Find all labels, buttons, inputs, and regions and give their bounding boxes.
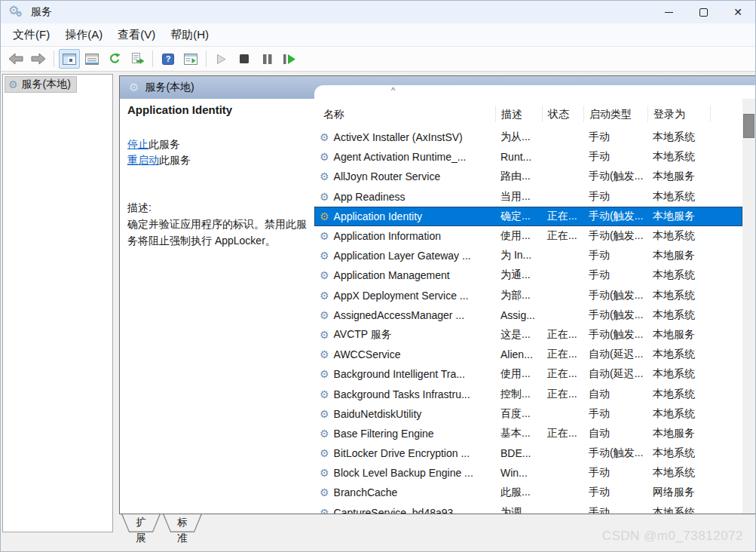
back-button[interactable] [5, 49, 26, 69]
service-row[interactable]: ⚙ Application Management 为通... 手动 本地系统 [314, 265, 742, 285]
service-name: BitLocker Drive Encryption ... [334, 447, 470, 459]
play-icon [216, 54, 227, 65]
menu-view[interactable]: 查看(V) [110, 25, 163, 45]
service-description: 使用... [495, 367, 542, 381]
service-logon-as: 本地系统 [647, 289, 710, 302]
service-row[interactable]: ⚙ Agent Activation Runtime_... Runt... 手… [314, 147, 742, 167]
service-status: 正在... [542, 367, 583, 381]
service-row[interactable]: ⚙ AWCCService Alien... 正在... 自动(延迟... 本地… [314, 345, 742, 364]
service-row[interactable]: ⚙ Block Level Backup Engine ... Win... 手… [314, 463, 742, 483]
toolbar-separator [54, 51, 54, 67]
service-status: 正在... [542, 427, 583, 440]
service-name: AssignedAccessManager ... [334, 309, 465, 321]
restart-service-link[interactable]: 重启动 [127, 154, 159, 166]
service-description: Alien... [495, 348, 542, 360]
service-description: 为 In... [495, 249, 542, 262]
service-name: CaptureService_bd48a93 [334, 507, 454, 514]
service-logon-as: 本地系统 [647, 190, 710, 204]
column-header-status[interactable]: 状态 [542, 106, 583, 122]
tab-standard[interactable]: 标准 [163, 514, 202, 532]
menu-file[interactable]: 文件(F) [5, 25, 57, 45]
console-tree-icon [63, 54, 76, 65]
tree-item-services-local[interactable]: ⚙ 服务(本地) [5, 76, 77, 93]
service-name: AVCTP 服务 [334, 328, 392, 342]
service-row[interactable]: ⚙ Application Information 使用... 正在... 手动… [314, 226, 742, 246]
service-row[interactable]: ⚙ Application Layer Gateway ... 为 In... … [314, 246, 742, 265]
service-gear-icon: ⚙ [320, 349, 329, 360]
service-description: 为从... [495, 130, 542, 144]
service-startup-type: 手动(触发... [583, 289, 647, 302]
column-header-name[interactable]: 名称 [314, 106, 495, 122]
properties-button[interactable] [81, 49, 103, 69]
service-name: Background Tasks Infrastru... [334, 388, 470, 400]
scrollbar-thumb[interactable] [743, 114, 754, 138]
service-row[interactable]: ⚙ AVCTP 服务 这是... 正在... 手动(触发... 本地服务 [314, 325, 742, 345]
stop-service-button[interactable] [234, 49, 255, 69]
service-row[interactable]: ⚙ AssignedAccessManager ... Assig... 手动(… [314, 305, 742, 325]
tab-extended-label: 扩展 [121, 514, 161, 546]
help-button[interactable]: ? [158, 49, 179, 69]
service-gear-icon: ⚙ [320, 250, 329, 261]
service-gear-icon: ⚙ [320, 428, 329, 439]
restart-service-button[interactable] [279, 49, 300, 69]
service-row[interactable]: ⚙ BranchCache 此服... 手动 网络服务 [314, 483, 742, 502]
vertical-scrollbar[interactable] [742, 99, 755, 514]
description-label: 描述: [127, 201, 307, 215]
service-description: 为部... [495, 289, 542, 302]
column-header-startup-type[interactable]: 启动类型 [583, 106, 647, 122]
column-header-logon-as[interactable]: 登录为 [647, 106, 710, 122]
stop-service-link[interactable]: 停止 [127, 138, 148, 150]
service-row[interactable]: ⚙ ActiveX Installer (AxInstSV) 为从... 手动 … [314, 127, 742, 147]
service-logon-as: 本地服务 [647, 249, 710, 262]
menu-help[interactable]: 帮助(H) [163, 25, 216, 45]
service-logon-as: 本地服务 [647, 210, 710, 223]
minimize-button[interactable] [651, 1, 686, 23]
column-header-description[interactable]: 描述 [495, 106, 542, 122]
stop-service-suffix: 此服务 [148, 138, 180, 150]
show-action-pane-button[interactable] [180, 49, 201, 69]
service-logon-as: 本地服务 [647, 427, 710, 440]
service-row[interactable]: ⚙ Background Intelligent Tra... 使用... 正在… [314, 364, 742, 384]
service-startup-type: 手动 [583, 466, 647, 480]
service-row[interactable]: ⚙ AllJoyn Router Service 路由... 手动(触发... … [314, 167, 742, 186]
title-bar: ⚙⚙ 服务 ✕ [1, 1, 755, 23]
service-logon-as: 本地系统 [647, 367, 710, 381]
tab-extended[interactable]: 扩展 [121, 514, 161, 532]
service-description: 基本... [495, 427, 542, 440]
service-name: Application Identity [334, 210, 423, 222]
refresh-icon [109, 53, 121, 65]
forward-button[interactable] [28, 49, 49, 69]
service-row[interactable]: ⚙ CaptureService_bd48a93 为调... 手动 本地系统 [314, 503, 742, 514]
export-list-button[interactable] [127, 49, 148, 69]
menu-action[interactable]: 操作(A) [57, 25, 110, 45]
service-status: 正在... [542, 210, 583, 223]
close-button[interactable]: ✕ [721, 1, 755, 23]
service-row[interactable]: ⚙ AppX Deployment Service ... 为部... 手动(触… [314, 286, 742, 305]
service-startup-type: 手动(触发... [583, 446, 647, 460]
service-row[interactable]: ⚙ App Readiness 当用... 手动 本地系统 [314, 187, 742, 207]
service-description: Win... [495, 467, 542, 479]
maximize-button[interactable] [686, 1, 721, 23]
start-service-button[interactable] [211, 49, 232, 69]
show-console-tree-button[interactable] [59, 49, 80, 69]
toolbar-separator [206, 51, 207, 67]
service-description: 此服... [495, 486, 542, 499]
export-list-icon [130, 53, 145, 65]
service-description: 确定... [495, 210, 542, 223]
service-startup-type: 手动(触发... [583, 328, 647, 342]
service-row[interactable]: ⚙ BitLocker Drive Encryption ... BDE... … [314, 443, 742, 463]
close-icon: ✕ [733, 6, 742, 18]
pause-icon [262, 54, 273, 65]
refresh-button[interactable] [104, 49, 125, 69]
pause-service-button[interactable] [256, 49, 277, 69]
action-pane-icon [184, 54, 197, 65]
service-row[interactable]: ⚙ Base Filtering Engine 基本... 正在... 自动 本… [314, 424, 742, 443]
service-row[interactable]: ⚙ Application Identity 确定... 正在... 手动(触发… [314, 207, 742, 226]
service-logon-as: 本地系统 [647, 466, 710, 480]
service-row[interactable]: ⚙ BaiduNetdiskUtility 百度... 手动 本地系统 [314, 404, 742, 424]
service-gear-icon: ⚙ [320, 152, 329, 162]
service-gear-icon: ⚙ [320, 487, 329, 498]
service-row[interactable]: ⚙ Background Tasks Infrastru... 控制... 正在… [314, 384, 742, 403]
service-name: AppX Deployment Service ... [334, 290, 469, 302]
service-status: 正在... [542, 229, 583, 243]
